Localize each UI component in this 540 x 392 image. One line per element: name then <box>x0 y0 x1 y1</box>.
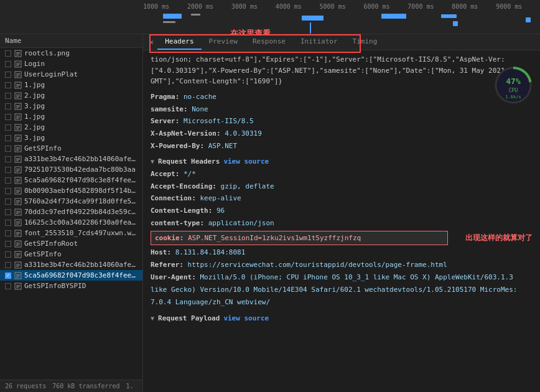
sidebar-checkbox-9[interactable] <box>5 146 11 152</box>
tab-close-button[interactable]: × <box>146 35 157 49</box>
sidebar-list[interactable]: rootcls.pngLoginUserLoginPlat1.jpg2.jpg3… <box>0 48 142 380</box>
svg-rect-87 <box>16 277 19 278</box>
main-layout: Name rootcls.pngLoginUserLoginPlat1.jpg2… <box>0 34 540 392</box>
powered-by-key: X-Powered-By: <box>151 142 204 150</box>
request-payload-view-source[interactable]: view source <box>223 314 269 322</box>
svg-rect-59 <box>16 203 19 203</box>
sidebar-checkbox-20[interactable] <box>5 262 11 268</box>
sidebar-checkbox-2[interactable] <box>5 72 11 78</box>
svg-rect-91 <box>16 287 19 288</box>
sidebar-item-14[interactable]: 5760a2d4f73d4ca99f18d0ffe5176. <box>0 196 142 207</box>
sidebar-checkbox-0[interactable] <box>5 50 11 57</box>
sidebar-footer: 26 requests 760 kB transferred 1. <box>0 380 142 392</box>
sidebar-checkbox-3[interactable] <box>5 82 11 88</box>
svg-rect-18 <box>16 96 20 96</box>
sidebar-item-0[interactable]: rootcls.png <box>0 48 142 58</box>
svg-rect-35 <box>16 139 19 140</box>
referer-key: Referer: <box>151 261 184 269</box>
sidebar-checkbox-15[interactable] <box>5 209 11 215</box>
tab-preview[interactable]: Preview <box>202 34 245 50</box>
sidebar-item-7[interactable]: 2.jpg <box>0 122 142 133</box>
sidebar-item-name-11: 79251073530b42edaa7bc80b3aa <box>24 166 136 174</box>
sidebar-item-6[interactable]: 1.jpg <box>0 111 142 122</box>
request-headers-view-source[interactable]: view source <box>223 157 269 166</box>
sidebar-item-16[interactable]: 16625c3c00a3402286f30a0fea1e7 <box>0 217 142 228</box>
file-icon-1 <box>14 60 22 68</box>
svg-rect-21 <box>16 105 20 106</box>
cookie-key: cookie: <box>155 234 184 242</box>
svg-rect-50 <box>16 180 20 181</box>
svg-text:CPU: CPU <box>509 88 518 93</box>
cookie-row-with-annotation: cookie: ASP.NET_SessionId=1zku2ivs1wm1t5… <box>151 230 533 247</box>
content-area[interactable]: tion/json; charset=utf-8"],"Expires":["-… <box>143 50 540 392</box>
svg-rect-83 <box>16 266 19 267</box>
sidebar-item-5[interactable]: 3.jpg <box>0 101 142 111</box>
sidebar-item-13[interactable]: 0b00903aebfd4582898df5f14b49. <box>0 185 142 196</box>
tab-timing[interactable]: Timing <box>345 34 385 50</box>
svg-rect-71 <box>16 235 19 235</box>
svg-rect-61 <box>16 211 20 212</box>
svg-rect-26 <box>16 117 20 118</box>
sidebar-checkbox-10[interactable] <box>5 156 11 162</box>
sidebar-item-name-7: 2.jpg <box>24 123 45 131</box>
sidebar-checkbox-1[interactable] <box>5 61 11 67</box>
sidebar-checkbox-18[interactable] <box>5 241 11 247</box>
sidebar-item-21[interactable]: ✓5ca5a69682f047d98c3e8f4feebbf. <box>0 270 142 281</box>
sidebar-checkbox-17[interactable] <box>5 230 11 236</box>
cpu-meter: 47% CPU 1.6k/s <box>493 65 534 106</box>
svg-rect-10 <box>16 75 20 75</box>
req-header-accept: Accept: */* <box>151 168 533 180</box>
tab-initiator[interactable]: Initiator <box>293 34 345 50</box>
sidebar-item-11[interactable]: 79251073530b42edaa7bc80b3aa <box>0 164 142 175</box>
sidebar-item-12[interactable]: 5ca5a69682f047d98c3e8f4feebbf. <box>0 175 142 185</box>
svg-rect-90 <box>16 286 20 287</box>
sidebar-item-8[interactable]: 3.jpg <box>0 133 142 143</box>
sidebar-checkbox-12[interactable] <box>5 177 11 184</box>
sidebar-item-22[interactable]: GetSPInfoBYSPID <box>0 281 142 291</box>
sidebar-checkbox-4[interactable] <box>5 93 11 99</box>
svg-rect-41 <box>16 158 20 159</box>
req-header-accept-encoding: Accept-Encoding: gzip, deflate <box>151 180 533 193</box>
footer-extra: 1. <box>126 383 134 390</box>
tab-headers[interactable]: Headers <box>157 34 201 50</box>
sidebar-checkbox-19[interactable] <box>5 251 11 258</box>
file-icon-12 <box>14 177 22 184</box>
sidebar-checkbox-16[interactable] <box>5 220 11 226</box>
timeline-label-9: 9000 ms <box>496 3 540 10</box>
sidebar-item-1[interactable]: Login <box>0 58 142 69</box>
svg-rect-2 <box>16 54 20 54</box>
svg-rect-45 <box>16 169 20 169</box>
sidebar-checkbox-5[interactable] <box>5 103 11 110</box>
file-icon-16 <box>14 219 22 226</box>
sidebar-item-name-17: font_2553510_7cds497uxwn.woff.. <box>24 229 137 237</box>
sidebar-checkbox-21[interactable]: ✓ <box>5 273 11 279</box>
sidebar-checkbox-7[interactable] <box>5 124 11 131</box>
parsed-headers: Pragma: no-cache samesite: None Server: … <box>151 91 533 152</box>
sidebar-item-10[interactable]: a331be3b47ec46b2bb14060afe15 <box>0 154 142 164</box>
svg-rect-39 <box>16 150 19 151</box>
sidebar-item-20[interactable]: a331be3b47ec46b2bb14060afe15 <box>0 259 142 270</box>
sidebar-item-15[interactable]: 70dd3c97edf049229b84d3e59c06 <box>0 207 142 217</box>
sidebar-item-2[interactable]: UserLoginPlat <box>0 69 142 80</box>
sidebar-checkbox-13[interactable] <box>5 188 11 194</box>
host-key: Host: <box>151 248 171 256</box>
sidebar-item-4[interactable]: 2.jpg <box>0 90 142 101</box>
sidebar-item-18[interactable]: GetSPInfoRoot <box>0 238 142 249</box>
tab-response[interactable]: Response <box>245 34 293 50</box>
svg-rect-79 <box>16 256 19 256</box>
sidebar-checkbox-22[interactable] <box>5 283 11 289</box>
content-type-val: application/json <box>208 219 274 227</box>
req-header-user-agent: User-Agent: Mozilla/5.0 (iPhone; CPU iPh… <box>151 271 533 308</box>
file-icon-21 <box>14 272 22 279</box>
sidebar-item-3[interactable]: 1.jpg <box>0 80 142 90</box>
req-header-referer: Referer: https://servicewechat.com/touri… <box>151 259 533 271</box>
sidebar-item-9[interactable]: GetSPInfo <box>0 143 142 154</box>
timeline-label-2: 2000 ms <box>187 3 231 10</box>
sidebar-checkbox-14[interactable] <box>5 198 11 205</box>
sidebar-checkbox-6[interactable] <box>5 114 11 120</box>
sidebar-item-19[interactable]: GetSPInfo <box>0 249 142 259</box>
sidebar-item-17[interactable]: font_2553510_7cds497uxwn.woff.. <box>0 228 142 238</box>
sidebar-checkbox-8[interactable] <box>5 135 11 141</box>
sidebar-checkbox-11[interactable] <box>5 167 11 173</box>
file-icon-20 <box>14 261 22 269</box>
